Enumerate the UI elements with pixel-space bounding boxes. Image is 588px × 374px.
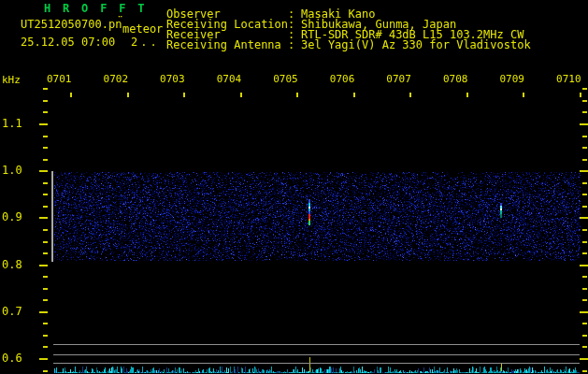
freq-minor-tick-right bbox=[582, 100, 587, 102]
freq-minor-tick-right bbox=[582, 288, 587, 290]
freq-minor-tick-left bbox=[43, 335, 48, 337]
level-gridline bbox=[53, 363, 580, 364]
info-separator: : bbox=[288, 28, 301, 38]
info-label: Receiver bbox=[166, 28, 288, 38]
info-separator: : bbox=[288, 7, 301, 18]
freq-minor-tick-left bbox=[43, 346, 48, 348]
minute-tick bbox=[580, 93, 581, 97]
freq-tick-label: 1.0 bbox=[2, 165, 22, 176]
time-tick-label: 0707 bbox=[386, 74, 411, 84]
info-separator: : bbox=[288, 18, 301, 28]
freq-minor-tick-right bbox=[582, 346, 587, 348]
freq-minor-tick-left bbox=[43, 288, 48, 290]
info-value: Masaki Kano bbox=[301, 7, 375, 18]
freq-minor-tick-right bbox=[582, 335, 587, 337]
minute-tick bbox=[70, 93, 72, 97]
band-marker-line bbox=[51, 171, 53, 262]
minute-tick bbox=[296, 93, 298, 97]
minute-tick bbox=[409, 93, 411, 97]
minute-tick bbox=[466, 93, 468, 97]
freq-minor-tick-right bbox=[582, 159, 587, 161]
time-tick-label: 0705 bbox=[273, 74, 298, 84]
meteor-watermark: meteor bbox=[122, 24, 163, 35]
freq-major-tick-right bbox=[580, 265, 588, 266]
info-separator: : bbox=[288, 38, 301, 49]
freq-minor-tick-right bbox=[582, 147, 587, 149]
hrofft-output-screen: H R O F F T UT2512050700.pn ¨ meteor 25.… bbox=[0, 0, 588, 374]
info-row-location: Receiving Location:Shibukawa, Gunma, Jap… bbox=[166, 18, 531, 28]
level-gridline bbox=[53, 354, 580, 355]
echo-count: 2.. bbox=[131, 37, 160, 48]
output-filename: UT2512050700.pn bbox=[21, 20, 122, 30]
freq-major-tick-right bbox=[580, 217, 588, 219]
freq-minor-tick-right bbox=[582, 323, 587, 324]
info-label: Receiving Antenna bbox=[166, 38, 288, 49]
freq-major-tick-left bbox=[39, 358, 48, 360]
info-row-antenna: Receiving Antenna:3el Yagi(V) Az 330 for… bbox=[166, 38, 531, 49]
freq-minor-tick-right bbox=[582, 206, 587, 208]
freq-minor-tick-right bbox=[582, 194, 587, 195]
freq-minor-tick-right bbox=[582, 136, 587, 137]
freq-minor-tick-right bbox=[582, 182, 587, 184]
info-value: 3el Yagi(V) Az 330 for Vladivostok bbox=[301, 38, 531, 49]
freq-tick-label: 1.1 bbox=[2, 118, 22, 129]
time-tick-label: 0708 bbox=[443, 74, 468, 84]
info-row-receiver: Receiver:RTL-SDR SDR# 43dB L15 103.2MHz … bbox=[166, 28, 531, 38]
freq-minor-tick-left bbox=[43, 323, 48, 324]
freq-minor-tick-right bbox=[582, 299, 587, 301]
freq-major-tick-left bbox=[39, 170, 48, 172]
time-tick-label: 0701 bbox=[47, 74, 72, 84]
freq-major-tick-left bbox=[39, 217, 48, 219]
freq-minor-tick-left bbox=[43, 182, 48, 184]
freq-minor-tick-right bbox=[582, 229, 587, 231]
time-tick-label: 0710 bbox=[556, 74, 581, 84]
freq-minor-tick-left bbox=[43, 147, 48, 149]
time-tick-label: 0709 bbox=[499, 74, 524, 84]
minute-tick bbox=[183, 93, 185, 97]
info-label: Receiving Location bbox=[166, 18, 288, 28]
freq-major-tick-right bbox=[580, 358, 588, 360]
time-tick-label: 0702 bbox=[104, 74, 129, 84]
freq-major-tick-right bbox=[580, 170, 588, 172]
info-row-observer: Observer:Masaki Kano bbox=[166, 7, 531, 18]
freq-minor-tick-left bbox=[43, 229, 48, 231]
freq-major-tick-left bbox=[39, 123, 48, 125]
freq-minor-tick-left bbox=[43, 206, 48, 208]
freq-minor-tick-left bbox=[43, 252, 48, 254]
freq-minor-tick-left bbox=[43, 370, 48, 372]
freq-minor-tick-right bbox=[582, 111, 587, 113]
freq-major-tick-right bbox=[580, 123, 588, 125]
minute-tick bbox=[353, 93, 355, 97]
time-tick-label: 0704 bbox=[217, 74, 242, 84]
info-label: Observer bbox=[166, 7, 288, 18]
freq-minor-tick-right bbox=[582, 276, 587, 278]
time-tick-label: 0706 bbox=[330, 74, 355, 84]
freq-minor-tick-left bbox=[43, 194, 48, 195]
freq-tick-label: 0.7 bbox=[2, 306, 22, 317]
info-value: Shibukawa, Gunma, Japan bbox=[301, 18, 456, 28]
freq-major-tick-right bbox=[580, 311, 588, 313]
freq-axis-unit: kHz bbox=[2, 75, 21, 85]
freq-minor-tick-left bbox=[43, 241, 48, 243]
minute-tick bbox=[240, 93, 242, 97]
freq-minor-tick-right bbox=[582, 88, 587, 90]
freq-minor-tick-left bbox=[43, 299, 48, 301]
freq-minor-tick-right bbox=[582, 370, 587, 372]
minute-tick bbox=[523, 93, 524, 97]
info-value: RTL-SDR SDR# 43dB L15 103.2MHz CW bbox=[301, 28, 523, 38]
datetime-label: 25.12.05 07:00 bbox=[21, 37, 115, 48]
freq-tick-label: 0.6 bbox=[2, 352, 22, 364]
freq-major-tick-left bbox=[39, 265, 48, 266]
spectrogram-canvas bbox=[0, 0, 588, 374]
freq-minor-tick-left bbox=[43, 136, 48, 137]
time-tick-label: 0703 bbox=[160, 74, 185, 84]
freq-minor-tick-right bbox=[582, 241, 587, 243]
app-title: H R O F F T bbox=[44, 4, 147, 14]
freq-minor-tick-left bbox=[43, 88, 48, 90]
freq-tick-label: 0.8 bbox=[2, 259, 22, 270]
minute-tick bbox=[127, 93, 129, 97]
station-info: Observer:Masaki Kano Receiving Location:… bbox=[166, 7, 531, 49]
freq-tick-label: 0.9 bbox=[2, 211, 22, 223]
level-gridline bbox=[53, 344, 580, 345]
freq-minor-tick-left bbox=[43, 100, 48, 102]
